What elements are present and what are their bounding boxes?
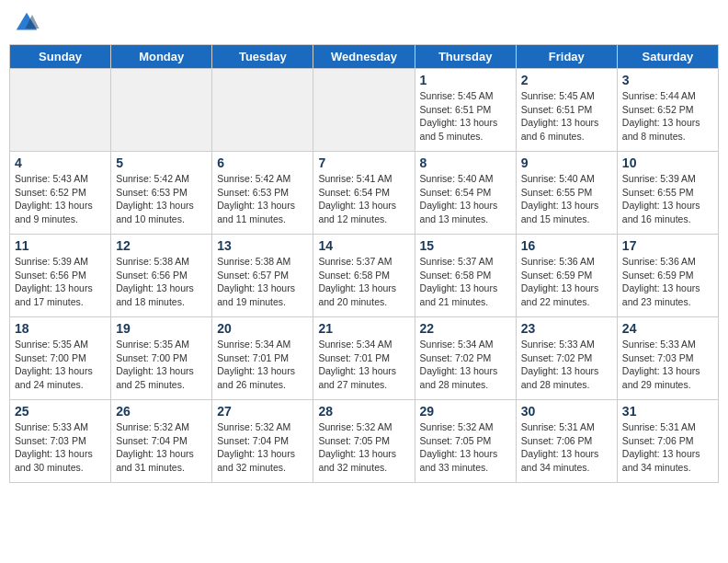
day-number: 17	[622, 238, 713, 253]
calendar-cell: 6Sunrise: 5:42 AM Sunset: 6:53 PM Daylig…	[212, 152, 313, 235]
calendar-cell: 31Sunrise: 5:31 AM Sunset: 7:06 PM Dayli…	[617, 400, 718, 483]
day-info: Sunrise: 5:34 AM Sunset: 7:01 PM Dayligh…	[318, 338, 409, 392]
day-info: Sunrise: 5:35 AM Sunset: 7:00 PM Dayligh…	[15, 338, 106, 392]
day-number: 14	[318, 238, 409, 253]
day-number: 30	[521, 404, 612, 419]
day-number: 27	[217, 404, 308, 419]
day-info: Sunrise: 5:32 AM Sunset: 7:04 PM Dayligh…	[116, 420, 207, 475]
day-number: 20	[217, 321, 308, 336]
day-info: Sunrise: 5:38 AM Sunset: 6:57 PM Dayligh…	[217, 255, 308, 309]
week-row-4: 18Sunrise: 5:35 AM Sunset: 7:00 PM Dayli…	[10, 317, 719, 400]
calendar-cell: 20Sunrise: 5:34 AM Sunset: 7:01 PM Dayli…	[212, 317, 313, 400]
day-number: 16	[521, 238, 612, 253]
calendar-header: SundayMondayTuesdayWednesdayThursdayFrid…	[10, 45, 719, 69]
calendar-cell: 14Sunrise: 5:37 AM Sunset: 6:58 PM Dayli…	[313, 235, 415, 317]
logo-icon	[13, 9, 40, 37]
calendar-table: SundayMondayTuesdayWednesdayThursdayFrid…	[9, 44, 719, 483]
calendar-cell: 28Sunrise: 5:32 AM Sunset: 7:05 PM Dayli…	[313, 400, 415, 483]
day-number: 11	[15, 238, 106, 253]
calendar-cell: 21Sunrise: 5:34 AM Sunset: 7:01 PM Dayli…	[313, 317, 415, 400]
day-number: 18	[15, 321, 106, 336]
day-info: Sunrise: 5:34 AM Sunset: 7:01 PM Dayligh…	[217, 338, 308, 392]
day-info: Sunrise: 5:43 AM Sunset: 6:52 PM Dayligh…	[15, 172, 106, 226]
day-number: 2	[521, 73, 612, 87]
calendar-cell: 2Sunrise: 5:45 AM Sunset: 6:51 PM Daylig…	[516, 69, 617, 152]
page-header	[9, 9, 719, 37]
day-number: 29	[420, 404, 511, 419]
week-row-3: 11Sunrise: 5:39 AM Sunset: 6:56 PM Dayli…	[10, 235, 719, 317]
day-number: 12	[116, 238, 207, 253]
calendar-cell: 8Sunrise: 5:40 AM Sunset: 6:54 PM Daylig…	[415, 152, 516, 235]
calendar-cell: 22Sunrise: 5:34 AM Sunset: 7:02 PM Dayli…	[415, 317, 516, 400]
day-info: Sunrise: 5:33 AM Sunset: 7:02 PM Dayligh…	[521, 338, 612, 392]
day-info: Sunrise: 5:38 AM Sunset: 6:56 PM Dayligh…	[116, 255, 207, 309]
calendar-body: 1Sunrise: 5:45 AM Sunset: 6:51 PM Daylig…	[10, 69, 719, 483]
calendar-cell: 26Sunrise: 5:32 AM Sunset: 7:04 PM Dayli…	[111, 400, 212, 483]
day-number: 19	[116, 321, 207, 336]
weekday-header-row: SundayMondayTuesdayWednesdayThursdayFrid…	[10, 45, 719, 69]
calendar-cell	[212, 69, 313, 152]
calendar-cell: 16Sunrise: 5:36 AM Sunset: 6:59 PM Dayli…	[516, 235, 617, 317]
day-number: 26	[116, 404, 207, 419]
day-info: Sunrise: 5:31 AM Sunset: 7:06 PM Dayligh…	[521, 420, 612, 475]
day-info: Sunrise: 5:33 AM Sunset: 7:03 PM Dayligh…	[15, 420, 106, 475]
day-info: Sunrise: 5:40 AM Sunset: 6:55 PM Dayligh…	[521, 172, 612, 226]
day-number: 4	[15, 155, 106, 170]
day-info: Sunrise: 5:37 AM Sunset: 6:58 PM Dayligh…	[420, 255, 511, 309]
calendar-cell: 23Sunrise: 5:33 AM Sunset: 7:02 PM Dayli…	[516, 317, 617, 400]
weekday-header-sunday: Sunday	[10, 45, 111, 69]
day-number: 5	[116, 155, 207, 170]
calendar-cell	[10, 69, 111, 152]
calendar-cell: 12Sunrise: 5:38 AM Sunset: 6:56 PM Dayli…	[111, 235, 212, 317]
week-row-2: 4Sunrise: 5:43 AM Sunset: 6:52 PM Daylig…	[10, 152, 719, 235]
calendar-cell: 19Sunrise: 5:35 AM Sunset: 7:00 PM Dayli…	[111, 317, 212, 400]
day-info: Sunrise: 5:31 AM Sunset: 7:06 PM Dayligh…	[622, 420, 713, 475]
calendar-cell: 27Sunrise: 5:32 AM Sunset: 7:04 PM Dayli…	[212, 400, 313, 483]
day-number: 31	[622, 404, 713, 419]
day-number: 24	[622, 321, 713, 336]
weekday-header-thursday: Thursday	[415, 45, 516, 69]
calendar-cell: 4Sunrise: 5:43 AM Sunset: 6:52 PM Daylig…	[10, 152, 111, 235]
calendar-cell	[313, 69, 415, 152]
day-number: 25	[15, 404, 106, 419]
day-info: Sunrise: 5:40 AM Sunset: 6:54 PM Dayligh…	[420, 172, 511, 226]
calendar-cell: 30Sunrise: 5:31 AM Sunset: 7:06 PM Dayli…	[516, 400, 617, 483]
day-info: Sunrise: 5:32 AM Sunset: 7:05 PM Dayligh…	[420, 420, 511, 475]
day-info: Sunrise: 5:35 AM Sunset: 7:00 PM Dayligh…	[116, 338, 207, 392]
day-info: Sunrise: 5:39 AM Sunset: 6:56 PM Dayligh…	[15, 255, 106, 309]
day-info: Sunrise: 5:42 AM Sunset: 6:53 PM Dayligh…	[116, 172, 207, 226]
week-row-5: 25Sunrise: 5:33 AM Sunset: 7:03 PM Dayli…	[10, 400, 719, 483]
day-info: Sunrise: 5:34 AM Sunset: 7:02 PM Dayligh…	[420, 338, 511, 392]
calendar-cell: 5Sunrise: 5:42 AM Sunset: 6:53 PM Daylig…	[111, 152, 212, 235]
day-number: 22	[420, 321, 511, 336]
calendar-cell	[111, 69, 212, 152]
day-info: Sunrise: 5:33 AM Sunset: 7:03 PM Dayligh…	[622, 338, 713, 392]
day-info: Sunrise: 5:41 AM Sunset: 6:54 PM Dayligh…	[318, 172, 409, 226]
week-row-1: 1Sunrise: 5:45 AM Sunset: 6:51 PM Daylig…	[10, 69, 719, 152]
calendar-cell: 11Sunrise: 5:39 AM Sunset: 6:56 PM Dayli…	[10, 235, 111, 317]
day-number: 7	[318, 155, 409, 170]
day-number: 13	[217, 238, 308, 253]
day-info: Sunrise: 5:37 AM Sunset: 6:58 PM Dayligh…	[318, 255, 409, 309]
weekday-header-monday: Monday	[111, 45, 212, 69]
calendar-cell: 24Sunrise: 5:33 AM Sunset: 7:03 PM Dayli…	[617, 317, 718, 400]
logo	[13, 9, 44, 37]
day-number: 1	[420, 73, 511, 87]
day-info: Sunrise: 5:36 AM Sunset: 6:59 PM Dayligh…	[521, 255, 612, 309]
calendar-cell: 7Sunrise: 5:41 AM Sunset: 6:54 PM Daylig…	[313, 152, 415, 235]
weekday-header-tuesday: Tuesday	[212, 45, 313, 69]
weekday-header-friday: Friday	[516, 45, 617, 69]
day-number: 6	[217, 155, 308, 170]
calendar-cell: 25Sunrise: 5:33 AM Sunset: 7:03 PM Dayli…	[10, 400, 111, 483]
calendar-cell: 9Sunrise: 5:40 AM Sunset: 6:55 PM Daylig…	[516, 152, 617, 235]
calendar-cell: 18Sunrise: 5:35 AM Sunset: 7:00 PM Dayli…	[10, 317, 111, 400]
day-number: 8	[420, 155, 511, 170]
calendar-cell: 1Sunrise: 5:45 AM Sunset: 6:51 PM Daylig…	[415, 69, 516, 152]
day-number: 28	[318, 404, 409, 419]
day-info: Sunrise: 5:32 AM Sunset: 7:04 PM Dayligh…	[217, 420, 308, 475]
weekday-header-wednesday: Wednesday	[313, 45, 415, 69]
day-info: Sunrise: 5:44 AM Sunset: 6:52 PM Dayligh…	[622, 89, 713, 144]
day-number: 3	[622, 73, 713, 87]
day-info: Sunrise: 5:42 AM Sunset: 6:53 PM Dayligh…	[217, 172, 308, 226]
day-number: 9	[521, 155, 612, 170]
